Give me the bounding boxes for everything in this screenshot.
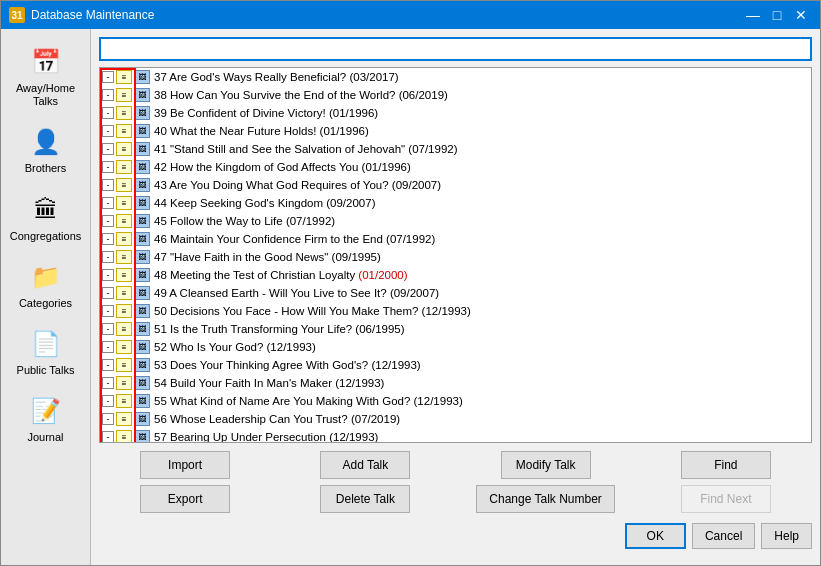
item-text: 55 What Kind of Name Are You Making With… [154, 395, 463, 407]
item-icon: ≡ [116, 178, 132, 192]
find-button[interactable]: Find [681, 451, 771, 479]
expand-button[interactable]: - [102, 251, 114, 263]
export-button[interactable]: Export [140, 485, 230, 513]
expand-button[interactable]: - [102, 269, 114, 281]
change-talk-number-button[interactable]: Change Talk Number [476, 485, 615, 513]
expand-button[interactable]: - [102, 233, 114, 245]
item-photo: 🖼 [134, 178, 150, 192]
sidebar-label-brothers: Brothers [25, 162, 67, 175]
item-photo: 🖼 [134, 232, 150, 246]
item-photo: 🖼 [134, 286, 150, 300]
list-item[interactable]: - ≡ 🖼 55 What Kind of Name Are You Makin… [100, 392, 811, 410]
list-item[interactable]: - ≡ 🖼 46 Maintain Your Confidence Firm t… [100, 230, 811, 248]
item-text: 48 Meeting the Test of Christian Loyalty… [154, 269, 408, 281]
expand-button[interactable]: - [102, 287, 114, 299]
expand-button[interactable]: - [102, 161, 114, 173]
item-icon: ≡ [116, 142, 132, 156]
expand-button[interactable]: - [102, 323, 114, 335]
item-photo: 🖼 [134, 376, 150, 390]
sidebar-item-congregations[interactable]: 🏛 Congregations [6, 185, 86, 248]
item-text: 47 "Have Faith in the Good News" (09/199… [154, 251, 381, 263]
minimize-button[interactable]: — [742, 5, 764, 25]
item-text: 42 How the Kingdom of God Affects You (0… [154, 161, 411, 173]
list-item[interactable]: - ≡ 🖼 44 Keep Seeking God's Kingdom (09/… [100, 194, 811, 212]
find-next-button: Find Next [681, 485, 771, 513]
list-item[interactable]: - ≡ 🖼 39 Be Confident of Divine Victory!… [100, 104, 811, 122]
modify-talk-button[interactable]: Modify Talk [501, 451, 591, 479]
talk-list[interactable]: - ≡ 🖼 37 Are God's Ways Really Beneficia… [99, 67, 812, 443]
right-panel: - ≡ 🖼 37 Are God's Ways Really Beneficia… [91, 29, 820, 565]
window-controls: — □ ✕ [742, 5, 812, 25]
sidebar-label-journal: Journal [27, 431, 63, 444]
list-item[interactable]: - ≡ 🖼 47 "Have Faith in the Good News" (… [100, 248, 811, 266]
item-icon: ≡ [116, 160, 132, 174]
congregations-icon: 🏛 [26, 190, 66, 230]
item-text: 57 Bearing Up Under Persecution (12/1993… [154, 431, 378, 443]
expand-button[interactable]: - [102, 197, 114, 209]
close-button[interactable]: ✕ [790, 5, 812, 25]
item-photo: 🖼 [134, 106, 150, 120]
list-item[interactable]: - ≡ 🖼 53 Does Your Thinking Agree With G… [100, 356, 811, 374]
button-row-2: Export Delete Talk Change Talk Number Fi… [99, 485, 812, 513]
import-button[interactable]: Import [140, 451, 230, 479]
item-icon: ≡ [116, 70, 132, 84]
expand-button[interactable]: - [102, 125, 114, 137]
item-photo: 🖼 [134, 430, 150, 443]
brothers-icon: 👤 [26, 122, 66, 162]
sidebar-item-public-talks[interactable]: 📄 Public Talks [6, 319, 86, 382]
add-talk-button[interactable]: Add Talk [320, 451, 410, 479]
list-item[interactable]: - ≡ 🖼 57 Bearing Up Under Persecution (1… [100, 428, 811, 443]
list-item[interactable]: - ≡ 🖼 41 "Stand Still and See the Salvat… [100, 140, 811, 158]
expand-button[interactable]: - [102, 215, 114, 227]
expand-button[interactable]: - [102, 143, 114, 155]
title-bar: 31 Database Maintenance — □ ✕ [1, 1, 820, 29]
expand-button[interactable]: - [102, 71, 114, 83]
expand-button[interactable]: - [102, 89, 114, 101]
list-item[interactable]: - ≡ 🖼 48 Meeting the Test of Christian L… [100, 266, 811, 284]
list-item[interactable]: - ≡ 🖼 52 Who Is Your God? (12/1993) [100, 338, 811, 356]
expand-button[interactable]: - [102, 395, 114, 407]
list-item[interactable]: - ≡ 🖼 45 Follow the Way to Life (07/1992… [100, 212, 811, 230]
expand-button[interactable]: - [102, 341, 114, 353]
list-item[interactable]: - ≡ 🖼 51 Is the Truth Transforming Your … [100, 320, 811, 338]
expand-button[interactable]: - [102, 179, 114, 191]
expand-button[interactable]: - [102, 413, 114, 425]
sidebar-item-categories[interactable]: 📁 Categories [6, 252, 86, 315]
help-button[interactable]: Help [761, 523, 812, 549]
ok-button[interactable]: OK [625, 523, 686, 549]
list-item[interactable]: - ≡ 🖼 37 Are God's Ways Really Beneficia… [100, 68, 811, 86]
list-item[interactable]: - ≡ 🖼 56 Whose Leadership Can You Trust?… [100, 410, 811, 428]
sidebar-label-congregations: Congregations [10, 230, 82, 243]
delete-talk-button[interactable]: Delete Talk [320, 485, 410, 513]
item-photo: 🖼 [134, 358, 150, 372]
list-item[interactable]: - ≡ 🖼 54 Build Your Faith In Man's Maker… [100, 374, 811, 392]
sidebar-item-away-home[interactable]: 📅 Away/Home Talks [6, 37, 86, 113]
item-text: 41 "Stand Still and See the Salvation of… [154, 143, 458, 155]
search-input[interactable] [99, 37, 812, 61]
cancel-button[interactable]: Cancel [692, 523, 755, 549]
list-item[interactable]: - ≡ 🖼 38 How Can You Survive the End of … [100, 86, 811, 104]
item-text: 39 Be Confident of Divine Victory! (01/1… [154, 107, 378, 119]
expand-button[interactable]: - [102, 107, 114, 119]
search-bar [99, 37, 812, 61]
item-icon: ≡ [116, 124, 132, 138]
item-photo: 🖼 [134, 160, 150, 174]
item-text: 44 Keep Seeking God's Kingdom (09/2007) [154, 197, 375, 209]
item-text: 56 Whose Leadership Can You Trust? (07/2… [154, 413, 400, 425]
item-text: 37 Are God's Ways Really Beneficial? (03… [154, 71, 399, 83]
list-item[interactable]: - ≡ 🖼 43 Are You Doing What God Requires… [100, 176, 811, 194]
list-item[interactable]: - ≡ 🖼 40 What the Near Future Holds! (01… [100, 122, 811, 140]
sidebar-item-brothers[interactable]: 👤 Brothers [6, 117, 86, 180]
list-item[interactable]: - ≡ 🖼 42 How the Kingdom of God Affects … [100, 158, 811, 176]
expand-button[interactable]: - [102, 431, 114, 443]
item-icon: ≡ [116, 430, 132, 443]
item-photo: 🖼 [134, 196, 150, 210]
sidebar-item-journal[interactable]: 📝 Journal [6, 386, 86, 449]
expand-button[interactable]: - [102, 359, 114, 371]
list-item[interactable]: - ≡ 🖼 50 Decisions You Face - How Will Y… [100, 302, 811, 320]
item-text: 49 A Cleansed Earth - Will You Live to S… [154, 287, 439, 299]
expand-button[interactable]: - [102, 377, 114, 389]
expand-button[interactable]: - [102, 305, 114, 317]
maximize-button[interactable]: □ [766, 5, 788, 25]
list-item[interactable]: - ≡ 🖼 49 A Cleansed Earth - Will You Liv… [100, 284, 811, 302]
